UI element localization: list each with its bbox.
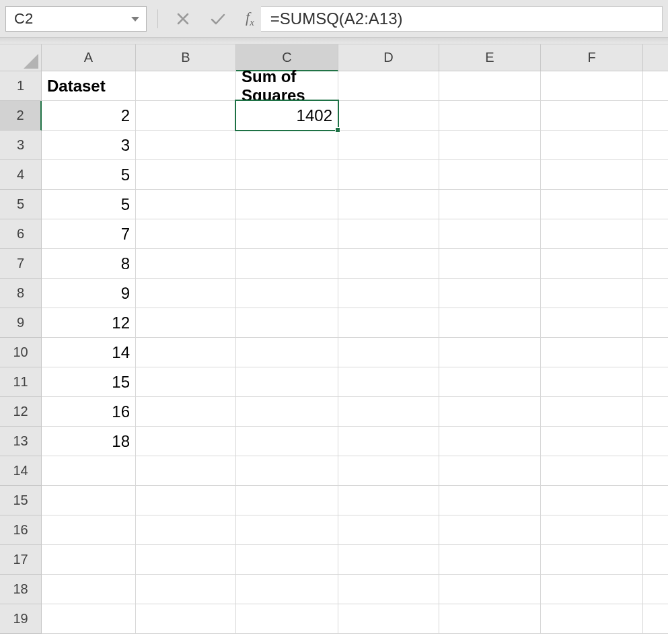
- cell-A19[interactable]: [42, 604, 136, 634]
- cell-C16[interactable]: [236, 515, 338, 545]
- cell-B4[interactable]: [136, 160, 236, 190]
- cell-C12[interactable]: [236, 397, 338, 427]
- cell-D18[interactable]: [338, 575, 439, 604]
- name-box[interactable]: C2: [5, 6, 147, 32]
- cell-F9[interactable]: [541, 308, 643, 338]
- cell-A1[interactable]: Dataset: [42, 71, 136, 101]
- cell-extra-5[interactable]: [643, 190, 668, 219]
- cell-A6[interactable]: 7: [42, 219, 136, 249]
- cell-C3[interactable]: [236, 131, 338, 160]
- cell-A14[interactable]: [42, 456, 136, 486]
- cancel-icon[interactable]: [173, 9, 193, 29]
- cell-C9[interactable]: [236, 308, 338, 338]
- cell-F10[interactable]: [541, 338, 643, 367]
- cell-E12[interactable]: [439, 397, 541, 427]
- cell-D6[interactable]: [338, 219, 439, 249]
- cell-A17[interactable]: [42, 545, 136, 575]
- row-header-15[interactable]: 15: [0, 486, 42, 515]
- cell-extra-15[interactable]: [643, 486, 668, 515]
- cell-extra-8[interactable]: [643, 279, 668, 308]
- cell-E18[interactable]: [439, 575, 541, 604]
- cell-F5[interactable]: [541, 190, 643, 219]
- cell-E9[interactable]: [439, 308, 541, 338]
- cell-C14[interactable]: [236, 456, 338, 486]
- cell-extra-1[interactable]: [643, 71, 668, 101]
- cell-B6[interactable]: [136, 219, 236, 249]
- cell-B10[interactable]: [136, 338, 236, 367]
- cell-B16[interactable]: [136, 515, 236, 545]
- cell-D12[interactable]: [338, 397, 439, 427]
- cell-C18[interactable]: [236, 575, 338, 604]
- row-header-12[interactable]: 12: [0, 397, 42, 427]
- select-all-corner[interactable]: [0, 44, 42, 71]
- cell-F11[interactable]: [541, 367, 643, 397]
- cell-extra-4[interactable]: [643, 160, 668, 190]
- row-header-13[interactable]: 13: [0, 427, 42, 456]
- cell-D14[interactable]: [338, 456, 439, 486]
- cell-extra-18[interactable]: [643, 575, 668, 604]
- cell-C15[interactable]: [236, 486, 338, 515]
- cell-C7[interactable]: [236, 249, 338, 279]
- cell-B8[interactable]: [136, 279, 236, 308]
- cell-D3[interactable]: [338, 131, 439, 160]
- cell-A12[interactable]: 16: [42, 397, 136, 427]
- cell-B7[interactable]: [136, 249, 236, 279]
- cell-F6[interactable]: [541, 219, 643, 249]
- cell-A8[interactable]: 9: [42, 279, 136, 308]
- cell-D10[interactable]: [338, 338, 439, 367]
- row-header-3[interactable]: 3: [0, 131, 42, 160]
- row-header-14[interactable]: 14: [0, 456, 42, 486]
- row-header-11[interactable]: 11: [0, 367, 42, 397]
- cell-extra-16[interactable]: [643, 515, 668, 545]
- cell-E8[interactable]: [439, 279, 541, 308]
- cell-D15[interactable]: [338, 486, 439, 515]
- row-header-18[interactable]: 18: [0, 575, 42, 604]
- row-header-16[interactable]: 16: [0, 515, 42, 545]
- cell-A16[interactable]: [42, 515, 136, 545]
- cell-B17[interactable]: [136, 545, 236, 575]
- row-header-8[interactable]: 8: [0, 279, 42, 308]
- cell-F1[interactable]: [541, 71, 643, 101]
- cell-E4[interactable]: [439, 160, 541, 190]
- cell-B13[interactable]: [136, 427, 236, 456]
- cell-A18[interactable]: [42, 575, 136, 604]
- cell-D19[interactable]: [338, 604, 439, 634]
- cell-A5[interactable]: 5: [42, 190, 136, 219]
- cell-extra-10[interactable]: [643, 338, 668, 367]
- cell-A11[interactable]: 15: [42, 367, 136, 397]
- cell-B5[interactable]: [136, 190, 236, 219]
- cell-B15[interactable]: [136, 486, 236, 515]
- cell-B14[interactable]: [136, 456, 236, 486]
- fx-icon[interactable]: fx: [243, 9, 257, 28]
- cell-C17[interactable]: [236, 545, 338, 575]
- col-header-E[interactable]: E: [439, 44, 541, 71]
- cell-A10[interactable]: 14: [42, 338, 136, 367]
- cell-extra-13[interactable]: [643, 427, 668, 456]
- cell-B2[interactable]: [136, 101, 236, 131]
- cell-E11[interactable]: [439, 367, 541, 397]
- col-header-F[interactable]: F: [541, 44, 643, 71]
- cell-E10[interactable]: [439, 338, 541, 367]
- cell-F19[interactable]: [541, 604, 643, 634]
- cell-A13[interactable]: 18: [42, 427, 136, 456]
- col-header-B[interactable]: B: [136, 44, 236, 71]
- cell-B9[interactable]: [136, 308, 236, 338]
- cell-B1[interactable]: [136, 71, 236, 101]
- cell-extra-17[interactable]: [643, 545, 668, 575]
- cell-F2[interactable]: [541, 101, 643, 131]
- cell-C8[interactable]: [236, 279, 338, 308]
- cell-D11[interactable]: [338, 367, 439, 397]
- cell-extra-7[interactable]: [643, 249, 668, 279]
- cell-E5[interactable]: [439, 190, 541, 219]
- cell-D13[interactable]: [338, 427, 439, 456]
- cell-F16[interactable]: [541, 515, 643, 545]
- cell-D5[interactable]: [338, 190, 439, 219]
- cell-B18[interactable]: [136, 575, 236, 604]
- cell-B12[interactable]: [136, 397, 236, 427]
- row-header-10[interactable]: 10: [0, 338, 42, 367]
- enter-icon[interactable]: [208, 9, 228, 29]
- cell-C6[interactable]: [236, 219, 338, 249]
- cell-E14[interactable]: [439, 456, 541, 486]
- cell-B11[interactable]: [136, 367, 236, 397]
- cell-F13[interactable]: [541, 427, 643, 456]
